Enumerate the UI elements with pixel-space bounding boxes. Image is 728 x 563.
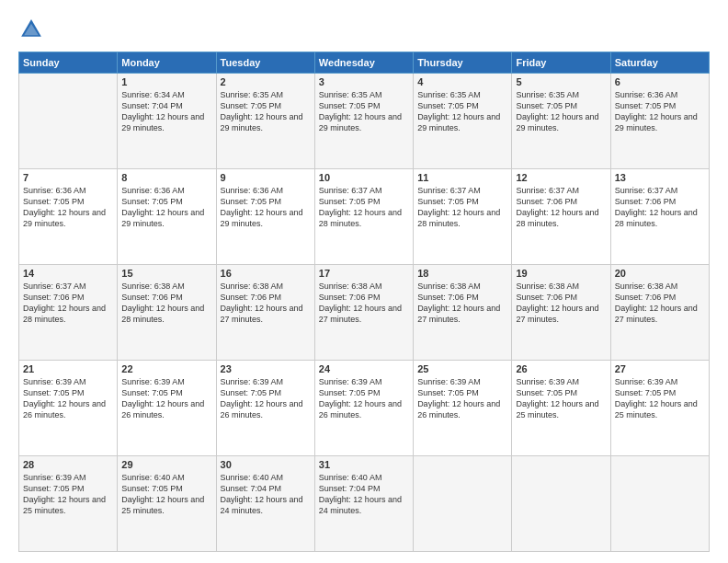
cell-content: Sunrise: 6:37 AM Sunset: 7:05 PM Dayligh… <box>319 185 409 230</box>
header-cell-tuesday: Tuesday <box>216 52 314 74</box>
calendar-cell: 23Sunrise: 6:39 AM Sunset: 7:05 PM Dayli… <box>216 361 314 456</box>
day-number: 5 <box>516 76 606 87</box>
calendar-cell: 18Sunrise: 6:38 AM Sunset: 7:06 PM Dayli… <box>414 265 512 361</box>
calendar-cell: 29Sunrise: 6:40 AM Sunset: 7:05 PM Dayli… <box>118 456 216 552</box>
cell-content: Sunrise: 6:38 AM Sunset: 7:06 PM Dayligh… <box>615 281 705 326</box>
calendar-cell: 30Sunrise: 6:40 AM Sunset: 7:04 PM Dayli… <box>216 456 314 552</box>
calendar-cell: 19Sunrise: 6:38 AM Sunset: 7:06 PM Dayli… <box>512 265 610 361</box>
calendar-cell: 7Sunrise: 6:36 AM Sunset: 7:05 PM Daylig… <box>19 169 118 265</box>
calendar-cell: 14Sunrise: 6:37 AM Sunset: 7:06 PM Dayli… <box>19 265 118 361</box>
day-number: 23 <box>221 363 311 374</box>
calendar-cell: 20Sunrise: 6:38 AM Sunset: 7:06 PM Dayli… <box>610 265 709 361</box>
calendar-table: SundayMondayTuesdayWednesdayThursdayFrid… <box>18 52 710 552</box>
day-number: 7 <box>23 172 113 183</box>
day-number: 29 <box>121 459 211 470</box>
cell-content: Sunrise: 6:39 AM Sunset: 7:05 PM Dayligh… <box>121 376 211 421</box>
day-number: 1 <box>121 76 211 87</box>
week-row-5: 28Sunrise: 6:39 AM Sunset: 7:05 PM Dayli… <box>19 456 710 552</box>
day-number: 4 <box>417 76 507 87</box>
logo-icon <box>18 17 44 42</box>
day-number: 13 <box>615 172 705 183</box>
day-number: 17 <box>319 268 409 279</box>
cell-content: Sunrise: 6:36 AM Sunset: 7:05 PM Dayligh… <box>615 89 705 134</box>
cell-content: Sunrise: 6:39 AM Sunset: 7:05 PM Dayligh… <box>23 376 113 421</box>
cell-content: Sunrise: 6:35 AM Sunset: 7:05 PM Dayligh… <box>516 89 606 134</box>
day-number: 15 <box>121 268 211 279</box>
day-number: 31 <box>319 459 409 470</box>
calendar-cell: 27Sunrise: 6:39 AM Sunset: 7:05 PM Dayli… <box>610 361 709 456</box>
cell-content: Sunrise: 6:36 AM Sunset: 7:05 PM Dayligh… <box>23 185 113 230</box>
day-number: 19 <box>516 268 606 279</box>
calendar-cell: 9Sunrise: 6:36 AM Sunset: 7:05 PM Daylig… <box>216 169 314 265</box>
cell-content: Sunrise: 6:40 AM Sunset: 7:05 PM Dayligh… <box>121 472 211 517</box>
day-number: 14 <box>23 268 113 279</box>
cell-content: Sunrise: 6:38 AM Sunset: 7:06 PM Dayligh… <box>417 281 507 326</box>
cell-content: Sunrise: 6:39 AM Sunset: 7:05 PM Dayligh… <box>319 376 409 421</box>
calendar-cell: 21Sunrise: 6:39 AM Sunset: 7:05 PM Dayli… <box>19 361 118 456</box>
calendar-cell: 4Sunrise: 6:35 AM Sunset: 7:05 PM Daylig… <box>414 74 512 169</box>
header-cell-thursday: Thursday <box>414 52 512 74</box>
calendar-cell: 22Sunrise: 6:39 AM Sunset: 7:05 PM Dayli… <box>118 361 216 456</box>
day-number: 12 <box>516 172 606 183</box>
calendar-cell: 5Sunrise: 6:35 AM Sunset: 7:05 PM Daylig… <box>512 74 610 169</box>
calendar-cell <box>414 456 512 552</box>
day-number: 27 <box>615 363 705 374</box>
calendar-cell: 24Sunrise: 6:39 AM Sunset: 7:05 PM Dayli… <box>314 361 413 456</box>
day-number: 8 <box>121 172 211 183</box>
cell-content: Sunrise: 6:40 AM Sunset: 7:04 PM Dayligh… <box>319 472 409 517</box>
cell-content: Sunrise: 6:39 AM Sunset: 7:05 PM Dayligh… <box>516 376 606 421</box>
week-row-2: 7Sunrise: 6:36 AM Sunset: 7:05 PM Daylig… <box>19 169 710 265</box>
cell-content: Sunrise: 6:38 AM Sunset: 7:06 PM Dayligh… <box>516 281 606 326</box>
day-number: 28 <box>23 459 113 470</box>
cell-content: Sunrise: 6:40 AM Sunset: 7:04 PM Dayligh… <box>221 472 311 517</box>
cell-content: Sunrise: 6:35 AM Sunset: 7:05 PM Dayligh… <box>221 89 311 134</box>
calendar-cell: 25Sunrise: 6:39 AM Sunset: 7:05 PM Dayli… <box>414 361 512 456</box>
cell-content: Sunrise: 6:37 AM Sunset: 7:06 PM Dayligh… <box>516 185 606 230</box>
cell-content: Sunrise: 6:39 AM Sunset: 7:05 PM Dayligh… <box>23 472 113 517</box>
header-row: SundayMondayTuesdayWednesdayThursdayFrid… <box>19 52 710 74</box>
calendar-cell: 26Sunrise: 6:39 AM Sunset: 7:05 PM Dayli… <box>512 361 610 456</box>
week-row-4: 21Sunrise: 6:39 AM Sunset: 7:05 PM Dayli… <box>19 361 710 456</box>
cell-content: Sunrise: 6:37 AM Sunset: 7:05 PM Dayligh… <box>417 185 507 230</box>
day-number: 18 <box>417 268 507 279</box>
calendar-cell: 28Sunrise: 6:39 AM Sunset: 7:05 PM Dayli… <box>19 456 118 552</box>
day-number: 20 <box>615 268 705 279</box>
day-number: 22 <box>121 363 211 374</box>
day-number: 25 <box>417 363 507 374</box>
calendar-cell: 10Sunrise: 6:37 AM Sunset: 7:05 PM Dayli… <box>314 169 413 265</box>
header-cell-wednesday: Wednesday <box>314 52 413 74</box>
header-cell-monday: Monday <box>118 52 216 74</box>
cell-content: Sunrise: 6:39 AM Sunset: 7:05 PM Dayligh… <box>615 376 705 421</box>
cell-content: Sunrise: 6:38 AM Sunset: 7:06 PM Dayligh… <box>121 281 211 326</box>
week-row-3: 14Sunrise: 6:37 AM Sunset: 7:06 PM Dayli… <box>19 265 710 361</box>
cell-content: Sunrise: 6:36 AM Sunset: 7:05 PM Dayligh… <box>121 185 211 230</box>
cell-content: Sunrise: 6:35 AM Sunset: 7:05 PM Dayligh… <box>319 89 409 134</box>
cell-content: Sunrise: 6:35 AM Sunset: 7:05 PM Dayligh… <box>417 89 507 134</box>
calendar-cell: 13Sunrise: 6:37 AM Sunset: 7:06 PM Dayli… <box>610 169 709 265</box>
cell-content: Sunrise: 6:36 AM Sunset: 7:05 PM Dayligh… <box>221 185 311 230</box>
calendar-cell: 15Sunrise: 6:38 AM Sunset: 7:06 PM Dayli… <box>118 265 216 361</box>
calendar-cell: 16Sunrise: 6:38 AM Sunset: 7:06 PM Dayli… <box>216 265 314 361</box>
calendar-cell: 2Sunrise: 6:35 AM Sunset: 7:05 PM Daylig… <box>216 74 314 169</box>
day-number: 30 <box>221 459 311 470</box>
calendar-cell: 31Sunrise: 6:40 AM Sunset: 7:04 PM Dayli… <box>314 456 413 552</box>
day-number: 11 <box>417 172 507 183</box>
calendar-cell <box>19 74 118 169</box>
day-number: 3 <box>319 76 409 87</box>
cell-content: Sunrise: 6:39 AM Sunset: 7:05 PM Dayligh… <box>221 376 311 421</box>
calendar-cell: 3Sunrise: 6:35 AM Sunset: 7:05 PM Daylig… <box>314 74 413 169</box>
cell-content: Sunrise: 6:37 AM Sunset: 7:06 PM Dayligh… <box>615 185 705 230</box>
day-number: 21 <box>23 363 113 374</box>
day-number: 6 <box>615 76 705 87</box>
calendar-cell <box>610 456 709 552</box>
calendar-cell: 6Sunrise: 6:36 AM Sunset: 7:05 PM Daylig… <box>610 74 709 169</box>
cell-content: Sunrise: 6:37 AM Sunset: 7:06 PM Dayligh… <box>23 281 113 326</box>
calendar-cell: 11Sunrise: 6:37 AM Sunset: 7:05 PM Dayli… <box>414 169 512 265</box>
calendar-body: 1Sunrise: 6:34 AM Sunset: 7:04 PM Daylig… <box>19 74 710 552</box>
page: SundayMondayTuesdayWednesdayThursdayFrid… <box>0 0 728 563</box>
day-number: 26 <box>516 363 606 374</box>
header-cell-saturday: Saturday <box>610 52 709 74</box>
calendar-cell: 12Sunrise: 6:37 AM Sunset: 7:06 PM Dayli… <box>512 169 610 265</box>
header-cell-friday: Friday <box>512 52 610 74</box>
header-cell-sunday: Sunday <box>19 52 118 74</box>
